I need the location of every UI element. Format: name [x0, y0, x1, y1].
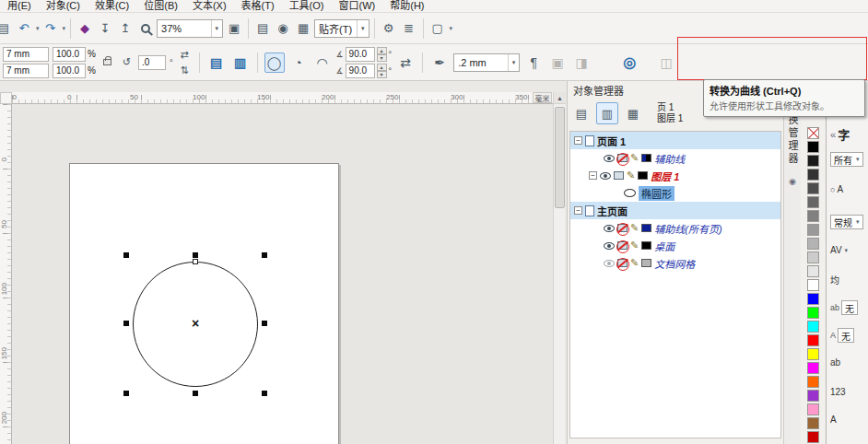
- font-list-row[interactable]: ○ A: [830, 184, 843, 194]
- edit-icon[interactable]: ✎: [630, 223, 639, 233]
- horizontal-ruler[interactable]: 50 0 50 100 150 200 250 300 350 毫米: [12, 92, 553, 104]
- arc-mode-button[interactable]: ◠: [312, 53, 333, 73]
- menu-item-text[interactable]: 文本(X): [185, 0, 234, 13]
- fullscreen-preview-icon[interactable]: ▣: [225, 18, 243, 39]
- menu-item-object[interactable]: 对象(C): [39, 0, 88, 13]
- object-height-field[interactable]: 7 mm: [3, 64, 49, 78]
- show-rulers-icon[interactable]: ▤: [253, 18, 272, 39]
- position-row[interactable]: ab: [830, 357, 840, 368]
- collapse-docker-icon[interactable]: «: [830, 129, 836, 140]
- arrange-front-icon[interactable]: ▤: [206, 53, 227, 73]
- connect-icon[interactable]: ◆: [76, 18, 94, 39]
- layer-manager-view-button[interactable]: ▦: [622, 102, 644, 124]
- spin-up-icon[interactable]: ▴: [377, 47, 387, 54]
- palette-color[interactable]: [807, 403, 819, 415]
- print-disabled-icon[interactable]: [617, 259, 628, 267]
- char-style-row[interactable]: A: [830, 415, 837, 425]
- undo-button[interactable]: ↶: [15, 18, 33, 39]
- object-width-field[interactable]: 7 mm: [3, 47, 49, 62]
- edit-icon[interactable]: ✎: [630, 153, 639, 163]
- show-guidelines-icon[interactable]: ◉: [274, 18, 292, 39]
- tree-row-desktop[interactable]: ✎ 桌面: [570, 237, 780, 254]
- menu-item-tools[interactable]: 工具(O): [282, 0, 332, 13]
- visibility-icon[interactable]: [600, 172, 611, 180]
- print-disabled-icon[interactable]: [617, 224, 628, 232]
- undo-dropdown-icon[interactable]: ▾: [36, 25, 40, 32]
- options-icon[interactable]: ⚙: [380, 18, 398, 39]
- pie-mode-button[interactable]: ◔: [288, 53, 309, 73]
- palette-color[interactable]: [807, 293, 819, 305]
- docker-target-icon[interactable]: ◉: [789, 177, 796, 186]
- print-disabled-icon[interactable]: [617, 241, 628, 250]
- font-style-select[interactable]: 常规▾: [830, 215, 863, 229]
- tree-row-document-grid[interactable]: ✎ 文档网格: [570, 254, 780, 272]
- end-angle-field[interactable]: 90.0: [346, 64, 375, 78]
- menu-item-window[interactable]: 窗口(W): [332, 0, 383, 13]
- visibility-icon[interactable]: [604, 242, 615, 250]
- collapse-icon[interactable]: −: [574, 206, 582, 215]
- scroll-up-button[interactable]: ▲: [554, 92, 566, 104]
- edit-icon[interactable]: ✎: [630, 240, 639, 251]
- application-launcher-icon[interactable]: ≣: [400, 18, 418, 39]
- script-select[interactable]: 所有▾: [830, 152, 863, 167]
- menu-item-bitmaps[interactable]: 位图(B): [136, 0, 185, 13]
- redo-dropdown-icon[interactable]: ▾: [63, 25, 66, 32]
- tree-row-guides-all-pages[interactable]: ✎ 辅助线(所有页): [570, 219, 780, 237]
- palette-color[interactable]: [807, 169, 819, 181]
- clipboard-icon[interactable]: ▤: [0, 18, 13, 39]
- outline-width-combo[interactable]: .2 mm ▾: [453, 53, 520, 72]
- underline-row[interactable]: ab 无: [830, 300, 858, 315]
- menu-item-effects[interactable]: 效果(C): [88, 0, 136, 13]
- spin-down-icon[interactable]: ▾: [377, 54, 387, 62]
- kerning-row[interactable]: AV ▾: [830, 245, 848, 255]
- snap-dropdown-icon[interactable]: ▾: [357, 20, 365, 37]
- justify-row[interactable]: 均: [830, 273, 839, 286]
- zoom-dropdown-icon[interactable]: ▾: [211, 20, 219, 37]
- tree-row-master-page[interactable]: − 主页面: [570, 202, 780, 219]
- visibility-dimmed-icon[interactable]: [604, 260, 615, 267]
- window-layout-dropdown-icon[interactable]: ▾: [450, 25, 453, 32]
- spin-up-icon[interactable]: ▴: [377, 64, 387, 71]
- palette-color[interactable]: [807, 196, 819, 208]
- start-angle-stepper[interactable]: ▴ ▾: [377, 47, 387, 62]
- caps-row[interactable]: A 无: [830, 328, 854, 343]
- zoom-tool-icon[interactable]: [136, 18, 155, 39]
- numerals-row[interactable]: 123: [830, 387, 846, 397]
- scale-y-field[interactable]: 100.0: [53, 64, 86, 78]
- print-icon[interactable]: [614, 171, 624, 180]
- selection-handle-nw[interactable]: [123, 252, 129, 258]
- arrange-back-icon[interactable]: ▥: [230, 53, 251, 73]
- import-icon[interactable]: ↧: [96, 18, 114, 39]
- palette-color[interactable]: [807, 376, 819, 388]
- mirror-horizontal-button[interactable]: ⇄: [177, 48, 193, 62]
- palette-color[interactable]: [807, 265, 819, 277]
- ellipse-mode-button[interactable]: ◯: [264, 53, 285, 73]
- show-object-properties-button[interactable]: ▤: [570, 102, 592, 124]
- tree-row-ellipse-object[interactable]: 椭圆形: [570, 184, 780, 202]
- no-color-swatch[interactable]: [807, 127, 819, 139]
- rotation-angle-field[interactable]: .0: [138, 55, 166, 70]
- palette-color[interactable]: [807, 417, 819, 429]
- ruler-origin-corner[interactable]: [0, 92, 12, 104]
- tree-row-page1[interactable]: − 页面 1: [570, 132, 780, 149]
- palette-color[interactable]: [807, 182, 819, 194]
- outline-pen-icon[interactable]: ✒: [429, 53, 450, 73]
- palette-color[interactable]: [807, 321, 819, 333]
- tree-row-layer1[interactable]: − ✎ 图层 1: [570, 167, 780, 184]
- visibility-icon[interactable]: [604, 155, 615, 162]
- visibility-icon[interactable]: [604, 225, 615, 232]
- selection-handle-sw[interactable]: [123, 391, 129, 396]
- menu-item-help[interactable]: 帮助(H): [382, 0, 431, 13]
- edit-icon[interactable]: ✎: [627, 170, 635, 181]
- tree-row-guides[interactable]: ✎ 辅助线: [570, 149, 780, 167]
- menu-item-table[interactable]: 表格(T): [234, 0, 282, 13]
- palette-color[interactable]: [807, 210, 819, 222]
- spin-down-icon[interactable]: ▾: [377, 71, 387, 78]
- collapse-icon[interactable]: −: [574, 136, 582, 145]
- palette-color[interactable]: [807, 390, 819, 402]
- vertical-ruler[interactable]: 0 50 100 150 200: [0, 104, 12, 444]
- snap-to-combo[interactable]: 贴齐(T) ▾: [314, 19, 369, 38]
- selection-handle-s[interactable]: [193, 391, 198, 396]
- palette-color[interactable]: [807, 251, 819, 263]
- change-direction-button[interactable]: ⇄: [395, 53, 416, 73]
